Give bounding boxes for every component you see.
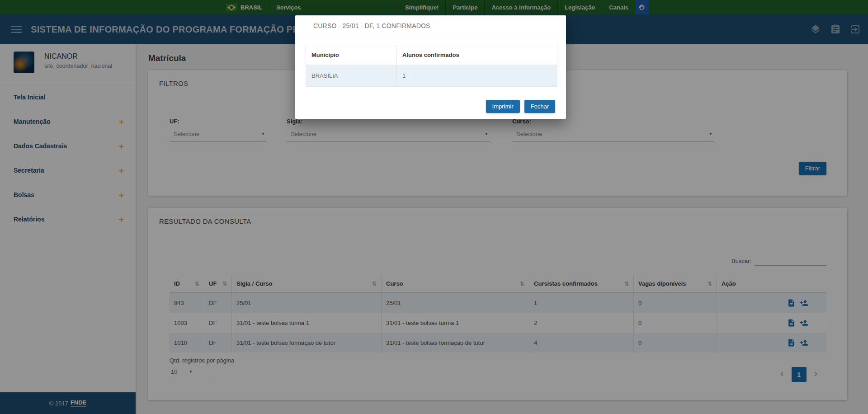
modal-column-municipio: Município (306, 45, 396, 65)
modal-column-alunos: Alunos confirmados (396, 45, 557, 65)
modal-table-row: BRASILIA 1 (306, 65, 557, 86)
fechar-button[interactable]: Fechar (524, 100, 555, 113)
confirmed-students-modal: CURSO - 25/01 - DF, 1 CONFIRMADOS Municí… (295, 15, 566, 119)
modal-title: CURSO - 25/01 - DF, 1 CONFIRMADOS (313, 22, 430, 29)
imprimir-button[interactable]: Imprimir (486, 100, 520, 113)
modal-table: Município Alunos confirmados BRASILIA 1 (306, 45, 557, 87)
